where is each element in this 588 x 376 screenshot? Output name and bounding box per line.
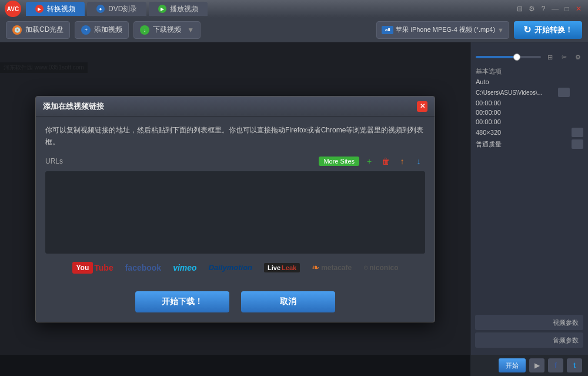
start-bottom-button[interactable]: 开始 xyxy=(499,358,526,372)
liveleak-logo[interactable]: Live Leak xyxy=(264,263,300,272)
auto-value: Auto xyxy=(476,78,583,85)
dailymotion-logo[interactable]: Dailymotion xyxy=(209,263,252,272)
volume-slider[interactable] xyxy=(476,56,541,58)
start-download-button[interactable]: 开始下载！ xyxy=(135,291,229,312)
url-toolbar: URLs More Sites + 🗑 ↑ ↓ xyxy=(45,155,425,168)
format-icon: all xyxy=(382,26,393,34)
tab-dvd-label: DVD刻录 xyxy=(108,4,137,14)
tab-convert-label: 转换视频 xyxy=(47,4,75,14)
format-label: 苹果 iPhone MPEG-4 视频 (*.mp4) xyxy=(396,25,495,34)
twitter-bottom-icon[interactable]: t xyxy=(567,358,582,372)
download-video-label: 下载视频 xyxy=(153,25,181,35)
minimize-btn[interactable]: — xyxy=(550,4,560,14)
title-bar-tabs: ▶ 转换视频 ● DVD刻录 ▶ 播放视频 xyxy=(26,2,510,16)
move-up-button[interactable]: ↑ xyxy=(396,155,409,168)
urls-label: URLs xyxy=(45,157,315,165)
dialog-title: 添加在线视频链接 xyxy=(43,101,104,112)
slider-thumb[interactable] xyxy=(513,54,520,61)
niconico-logo[interactable]: ⊙ niconico xyxy=(363,264,398,272)
dropdown-arrow-icon: ▼ xyxy=(187,26,194,34)
load-cd-button[interactable]: 💿 加载CD光盘 xyxy=(6,21,70,39)
video-params-label: 视频参数 xyxy=(553,318,579,327)
volume-slider-row: ⊞ ✂ ⚙ xyxy=(476,52,583,62)
copy-icon[interactable]: ⊞ xyxy=(544,52,555,62)
resolution-dropdown[interactable] xyxy=(572,128,583,137)
vimeo-logo[interactable]: vimeo xyxy=(173,263,196,272)
tab-play[interactable]: ▶ 播放视频 xyxy=(149,2,208,16)
tab-play-label: 播放视频 xyxy=(170,4,198,14)
delete-url-button[interactable]: 🗑 xyxy=(379,155,392,168)
refresh-icon: ↻ xyxy=(523,24,531,35)
play-tab-icon: ▶ xyxy=(158,5,166,13)
app-logo: AVC xyxy=(5,1,21,17)
niconico-bullet: ⊙ xyxy=(363,264,368,271)
audio-params-button[interactable]: 音频参数 xyxy=(475,332,583,348)
add-video-label: 添加视频 xyxy=(94,25,122,35)
quality-value: 普通质量 xyxy=(476,140,572,149)
liveleak-live-text: Live xyxy=(268,264,280,271)
cut-icon[interactable]: ✂ xyxy=(559,52,569,62)
help-btn[interactable]: ? xyxy=(539,4,548,14)
settings-small-icon[interactable]: ⚙ xyxy=(573,52,583,62)
youtube-logo[interactable]: You Tube xyxy=(72,262,113,274)
dialog-description: 你可以复制视频链接的地址，然后粘贴到下面的列表框里。你也可以直接拖动Firefo… xyxy=(45,125,425,147)
settings-btn[interactable]: ⚙ xyxy=(527,4,536,14)
start-convert-label: 开始转换！ xyxy=(534,25,573,35)
toolbar: 💿 加载CD光盘 + 添加视频 ↓ 下载视频 ▼ all 苹果 iPhone M… xyxy=(0,18,588,42)
time2-row: 00:00:00 xyxy=(476,109,583,116)
cancel-button[interactable]: 取消 xyxy=(241,291,335,312)
download-video-button[interactable]: ↓ 下载视频 ▼ xyxy=(133,21,201,39)
maximize-btn[interactable]: □ xyxy=(562,4,572,14)
add-video-icon: + xyxy=(81,25,91,35)
metacafe-text: metacafe xyxy=(321,264,352,272)
window-controls: ⊟ ⚙ ? — □ ✕ xyxy=(515,4,583,14)
liveleak-leak-text: Leak xyxy=(282,264,296,271)
format-dropdown-icon: ▼ xyxy=(497,26,504,34)
dialog-body: 你可以复制视频链接的地址，然后粘贴到下面的列表框里。你也可以直接拖动Firefo… xyxy=(36,117,435,291)
content-area: 河东软件园 www.0351soft.com 添加在线视频链接 ✕ 你可以复制视… xyxy=(0,42,470,376)
play-bottom-icon[interactable]: ▶ xyxy=(529,358,544,372)
browse-button[interactable] xyxy=(558,88,570,97)
youtube-icon: You xyxy=(72,262,93,274)
url-list[interactable] xyxy=(45,171,425,254)
modal-backdrop: 添加在线视频链接 ✕ 你可以复制视频链接的地址，然后粘贴到下面的列表框里。你也可… xyxy=(0,42,470,376)
download-icon: ↓ xyxy=(140,25,149,35)
dialog-header: 添加在线视频链接 ✕ xyxy=(36,97,435,117)
time1-value: 00:00:00 xyxy=(476,99,583,107)
video-params-button[interactable]: 视频参数 xyxy=(475,315,583,330)
metacafe-logo[interactable]: ❧ metacafe xyxy=(312,262,352,273)
dialog-footer: 开始下载！ 取消 xyxy=(36,291,435,322)
dailymotion-text: Dailymotion xyxy=(209,263,252,272)
move-down-button[interactable]: ↓ xyxy=(412,155,425,168)
basic-options-label: 基本选项 xyxy=(476,67,583,76)
add-url-button[interactable]: + xyxy=(363,155,376,168)
slider-fill xyxy=(476,56,515,58)
close-btn[interactable]: ✕ xyxy=(574,4,583,14)
quality-dropdown[interactable] xyxy=(572,139,583,149)
time2-value: 00:00:00 xyxy=(476,109,583,116)
title-bar: AVC ▶ 转换视频 ● DVD刻录 ▶ 播放视频 ⊟ ⚙ ? — □ ✕ xyxy=(0,0,588,18)
tab-convert[interactable]: ▶ 转换视频 xyxy=(26,2,85,16)
vimeo-text: vimeo xyxy=(173,263,196,272)
facebook-logo[interactable]: facebook xyxy=(125,263,161,272)
more-sites-button[interactable]: More Sites xyxy=(319,157,359,166)
cd-icon: 💿 xyxy=(12,25,22,35)
audio-params-label: 音频参数 xyxy=(553,336,579,345)
start-convert-button[interactable]: ↻ 开始转换！ xyxy=(514,21,582,39)
monitor-btn[interactable]: ⊟ xyxy=(515,4,524,14)
resolution-value: 480×320 xyxy=(476,129,572,136)
facebook-text: facebook xyxy=(125,263,161,272)
panel-footer: 视频参数 音频参数 xyxy=(470,310,588,352)
dialog-close-button[interactable]: ✕ xyxy=(417,101,427,112)
metacafe-icon: ❧ xyxy=(312,262,319,273)
add-video-button[interactable]: + 添加视频 xyxy=(75,21,129,39)
add-url-dialog: 添加在线视频链接 ✕ 你可以复制视频链接的地址，然后粘贴到下面的列表框里。你也可… xyxy=(35,96,435,322)
facebook-bottom-icon[interactable]: f xyxy=(548,358,563,372)
tab-dvd[interactable]: ● DVD刻录 xyxy=(87,2,146,16)
time1-row: 00:00:00 xyxy=(476,99,583,107)
format-selector[interactable]: all 苹果 iPhone MPEG-4 视频 (*.mp4) ▼ xyxy=(376,21,509,39)
quality-row: 普通质量 xyxy=(476,139,583,149)
path-option-row: C:\Users\ASUS\Videos\... xyxy=(476,88,583,97)
resolution-row: 480×320 xyxy=(476,128,583,137)
load-cd-label: 加载CD光盘 xyxy=(25,25,64,35)
